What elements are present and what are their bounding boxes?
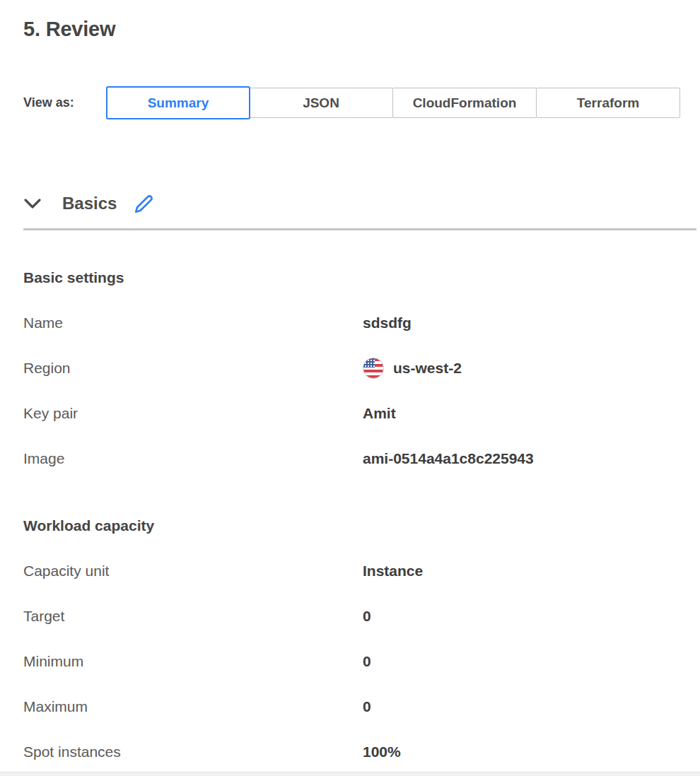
field-row-maximum: Maximum 0 bbox=[23, 698, 681, 715]
basics-section-header: Basics bbox=[23, 192, 681, 216]
review-page: 5. Review View as: Summary JSON CloudFor… bbox=[0, 0, 700, 776]
field-row-spot-instances: Spot instances 100% bbox=[23, 743, 681, 760]
view-as-label: View as: bbox=[23, 95, 106, 110]
field-value: Amit bbox=[363, 405, 396, 422]
group-title-workload-capacity: Workload capacity bbox=[23, 517, 681, 534]
page-title: 5. Review bbox=[23, 0, 681, 41]
tab-terraform[interactable]: Terraform bbox=[536, 88, 680, 118]
field-label: Maximum bbox=[23, 698, 363, 715]
tab-cloudformation[interactable]: CloudFormation bbox=[392, 88, 537, 118]
pencil-icon[interactable] bbox=[134, 194, 153, 213]
tab-summary[interactable]: Summary bbox=[106, 86, 250, 119]
field-label: Target bbox=[23, 608, 363, 625]
basics-section-title: Basics bbox=[62, 194, 117, 213]
field-value: us-west-2 bbox=[363, 358, 462, 379]
field-value: sdsdfg bbox=[363, 314, 412, 331]
field-row-image: Image ami-0514a4a1c8c225943 bbox=[23, 450, 681, 467]
field-value: 0 bbox=[363, 608, 371, 625]
field-row-name: Name sdsdfg bbox=[23, 314, 681, 331]
chevron-down-icon[interactable] bbox=[23, 196, 42, 211]
next-section-divider bbox=[0, 772, 700, 776]
field-label: Capacity unit bbox=[23, 563, 363, 580]
field-value: 0 bbox=[363, 653, 371, 670]
field-row-key-pair: Key pair Amit bbox=[23, 405, 681, 422]
view-as-tab-group: Summary JSON CloudFormation Terraform bbox=[106, 86, 680, 119]
region-value: us-west-2 bbox=[393, 360, 462, 377]
field-label: Image bbox=[23, 450, 363, 467]
group-title-basic-settings: Basic settings bbox=[23, 269, 681, 286]
field-value: 0 bbox=[363, 698, 371, 715]
field-value: ami-0514a4a1c8c225943 bbox=[363, 450, 534, 467]
field-label: Minimum bbox=[23, 653, 363, 670]
field-row-target: Target 0 bbox=[23, 608, 681, 625]
view-as-row: View as: Summary JSON CloudFormation Ter… bbox=[23, 86, 681, 119]
section-divider bbox=[23, 228, 696, 230]
field-value: Instance bbox=[363, 563, 423, 580]
field-row-capacity-unit: Capacity unit Instance bbox=[23, 563, 681, 580]
field-label: Region bbox=[23, 360, 363, 377]
field-value: 100% bbox=[363, 743, 401, 760]
field-row-region: Region us-west-2 bbox=[23, 360, 681, 377]
field-label: Name bbox=[23, 314, 363, 331]
field-row-minimum: Minimum 0 bbox=[23, 653, 681, 670]
field-label: Key pair bbox=[23, 405, 363, 422]
tab-json[interactable]: JSON bbox=[249, 88, 393, 118]
field-label: Spot instances bbox=[23, 743, 363, 760]
us-flag-icon bbox=[363, 358, 384, 379]
